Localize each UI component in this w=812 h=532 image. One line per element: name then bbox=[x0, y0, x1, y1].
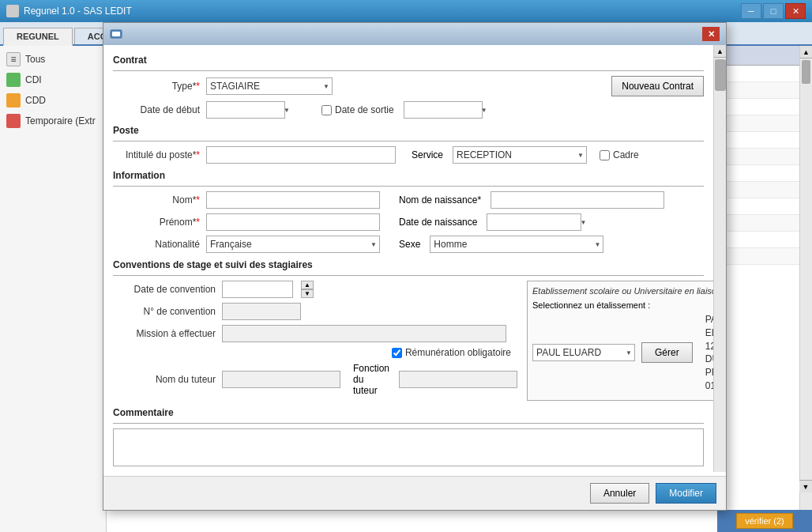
nationalite-row: Nationalité Française Sexe Homme bbox=[113, 236, 704, 253]
tab-regunel[interactable]: REGUNEL bbox=[3, 28, 73, 46]
contrat-section: Contrat Type* STAGIAIRE Nouveau Contrat … bbox=[113, 55, 704, 119]
date-convention-row: Date de convention 01/12/2017 ▲ ▼ bbox=[113, 281, 517, 298]
cdi-icon bbox=[6, 73, 21, 87]
status-bar: vérifier (2) bbox=[717, 510, 812, 532]
svg-rect-1 bbox=[112, 32, 120, 36]
date-debut-input[interactable]: 24/12/2017 bbox=[206, 101, 285, 119]
commentaire-section: Commentaire bbox=[113, 407, 704, 469]
date-naissance-label: Date de naissance bbox=[399, 217, 477, 228]
n-convention-row: N° de convention 12155423 bbox=[113, 303, 517, 320]
modifier-button[interactable]: Modifier bbox=[656, 483, 716, 504]
stage-left: Date de convention 01/12/2017 ▲ ▼ N° de … bbox=[113, 281, 517, 401]
mission-row: Mission à effectuer RECEPTIONNISTE bbox=[113, 325, 517, 342]
nationalite-label: Nationalité bbox=[113, 239, 200, 250]
sidebar-item-temp[interactable]: Temporaire (Extr bbox=[0, 111, 106, 131]
date-sortie-wrapper: 27/12/2017 bbox=[404, 101, 491, 119]
nom-naissance-input[interactable]: MACEL bbox=[491, 191, 664, 209]
prenom-input[interactable]: lopin bbox=[206, 213, 380, 231]
etab-line2: 01.45.78.98.23 bbox=[705, 379, 713, 393]
remuneration-label: Rémunération obligatoire bbox=[392, 347, 511, 358]
date-naissance-input[interactable]: 13/07/2000 bbox=[487, 213, 581, 231]
stage-label: Conventions de stage et suivi des stagia… bbox=[113, 259, 704, 270]
service-label: Service bbox=[412, 149, 443, 160]
stage-section: Conventions de stage et suivi des stagia… bbox=[113, 259, 704, 401]
date-sortie-input[interactable]: 27/12/2017 bbox=[404, 101, 483, 119]
service-wrapper: RECEPTION bbox=[453, 146, 587, 164]
sexe-label: Sexe bbox=[399, 239, 420, 250]
n-convention-label: N° de convention bbox=[113, 306, 216, 317]
dialog-content: Contrat Type* STAGIAIRE Nouveau Contrat … bbox=[103, 45, 713, 476]
fonction-tuteur-input[interactable]: RECEPTIONNISTE bbox=[399, 371, 517, 388]
nationalite-wrapper: Française bbox=[206, 236, 380, 253]
prenom-row: Prénom* lopin Date de naissance 13/07/20… bbox=[113, 213, 704, 231]
tuteur-row: Nom du tuteur POPIN Fonction du tuteur R… bbox=[113, 363, 517, 396]
nom-naissance-label: Nom de naissance* bbox=[399, 194, 481, 206]
commentaire-textarea[interactable] bbox=[113, 428, 704, 466]
fonction-tuteur-label: Fonction du tuteur bbox=[353, 363, 389, 396]
tuteur-input[interactable]: POPIN bbox=[222, 371, 340, 388]
date-down-button[interactable]: ▼ bbox=[301, 289, 314, 298]
nom-input[interactable]: MACEL bbox=[206, 191, 380, 209]
sexe-select[interactable]: Homme bbox=[430, 236, 603, 253]
n-convention-input[interactable]: 12155423 bbox=[222, 303, 301, 320]
sidebar-item-cdd[interactable]: CDD bbox=[0, 90, 106, 111]
intitule-label: Intitulé du poste* bbox=[113, 149, 200, 160]
minimize-button[interactable]: ─ bbox=[741, 3, 761, 19]
dialog-buttons: Annuler Modifier bbox=[103, 476, 726, 510]
cadre-label: Cadre bbox=[600, 149, 639, 160]
etab-name: PAUL ELUARD bbox=[705, 313, 713, 340]
etab-select[interactable]: PAUL ELUARD bbox=[532, 344, 635, 361]
service-select[interactable]: RECEPTION bbox=[453, 146, 587, 164]
sidebar-item-cdi[interactable]: CDI bbox=[0, 70, 106, 90]
cdd-icon bbox=[6, 93, 21, 108]
sidebar-tous-label: Tous bbox=[25, 54, 45, 65]
contrat-dates-row: Date de début 24/12/2017 Date de sortie … bbox=[113, 101, 704, 119]
date-up-button[interactable]: ▲ bbox=[301, 281, 314, 289]
poste-row: Intitulé du poste* receptionniste Servic… bbox=[113, 146, 704, 164]
date-debut-label: Date de début bbox=[113, 104, 200, 115]
select-etab-label: Selectionnez un étalissement : bbox=[532, 300, 713, 310]
annuler-button[interactable]: Annuler bbox=[590, 483, 649, 504]
sidebar: ≡ Tous CDI CDD Temporaire (Extr bbox=[0, 46, 107, 532]
nom-label: Nom* bbox=[113, 194, 200, 206]
nom-row: Nom* MACEL Nom de naissance* MACEL bbox=[113, 191, 704, 209]
etab-line1: 12 AVENUE DU PRESIDENT bbox=[705, 340, 713, 379]
contrat-type-row: Type* STAGIAIRE Nouveau Contrat bbox=[113, 76, 704, 96]
info-label: Information bbox=[113, 170, 704, 181]
nationalite-select[interactable]: Française bbox=[206, 236, 380, 253]
main-scrollbar[interactable]: ▲ ▼ bbox=[799, 46, 812, 532]
contrat-label: Contrat bbox=[113, 55, 704, 66]
main-window: Regunel 1.0 - SAS LEDIT ─ □ ✕ REGUNEL AC… bbox=[0, 0, 812, 532]
mission-input[interactable]: RECEPTIONNISTE bbox=[222, 325, 506, 342]
mission-label: Mission à effectuer bbox=[113, 328, 216, 339]
maximize-button[interactable]: □ bbox=[763, 3, 784, 19]
remuneration-row: Rémunération obligatoire bbox=[113, 347, 511, 358]
info-section: Information Nom* MACEL Nom de naissance*… bbox=[113, 170, 704, 253]
title-bar: Regunel 1.0 - SAS LEDIT ─ □ ✕ bbox=[0, 0, 812, 22]
etablissement-row: PAUL ELUARD Gérer PAUL ELUARD 12 AVENUE … bbox=[532, 313, 713, 393]
close-window-button[interactable]: ✕ bbox=[785, 3, 806, 19]
etab-select-wrapper: PAUL ELUARD bbox=[532, 344, 635, 361]
date-naissance-wrapper: 13/07/2000 bbox=[487, 213, 589, 231]
cadre-checkbox[interactable] bbox=[600, 150, 610, 160]
dialog: ✕ ▲ Contrat Type* STAGIAIRE bbox=[103, 22, 727, 511]
verifier-button[interactable]: vérifier (2) bbox=[736, 513, 793, 529]
nouveau-contrat-button[interactable]: Nouveau Contrat bbox=[611, 76, 704, 96]
etablissement-info: PAUL ELUARD 12 AVENUE DU PRESIDENT 01.45… bbox=[705, 313, 713, 393]
dialog-scrollbar[interactable]: ▲ bbox=[713, 45, 726, 472]
remuneration-checkbox[interactable] bbox=[392, 348, 402, 358]
dialog-icon bbox=[110, 28, 122, 40]
date-sortie-label: Date de sortie bbox=[335, 104, 394, 115]
type-select[interactable]: STAGIAIRE bbox=[206, 77, 333, 95]
date-sortie-checkbox-label: Date de sortie bbox=[321, 104, 394, 115]
intitule-input[interactable]: receptionniste bbox=[206, 146, 396, 164]
sidebar-item-tous[interactable]: ≡ Tous bbox=[0, 49, 106, 70]
date-convention-input[interactable]: 01/12/2017 bbox=[222, 281, 293, 298]
prenom-label: Prénom* bbox=[113, 217, 200, 228]
date-debut-wrapper: 24/12/2017 bbox=[206, 101, 293, 119]
date-sortie-checkbox[interactable] bbox=[321, 105, 332, 115]
gerer-button[interactable]: Gérer bbox=[641, 342, 693, 363]
dialog-close-button[interactable]: ✕ bbox=[702, 27, 720, 41]
window-title: Regunel 1.0 - SAS LEDIT bbox=[24, 6, 741, 17]
type-label: Type* bbox=[113, 81, 200, 92]
